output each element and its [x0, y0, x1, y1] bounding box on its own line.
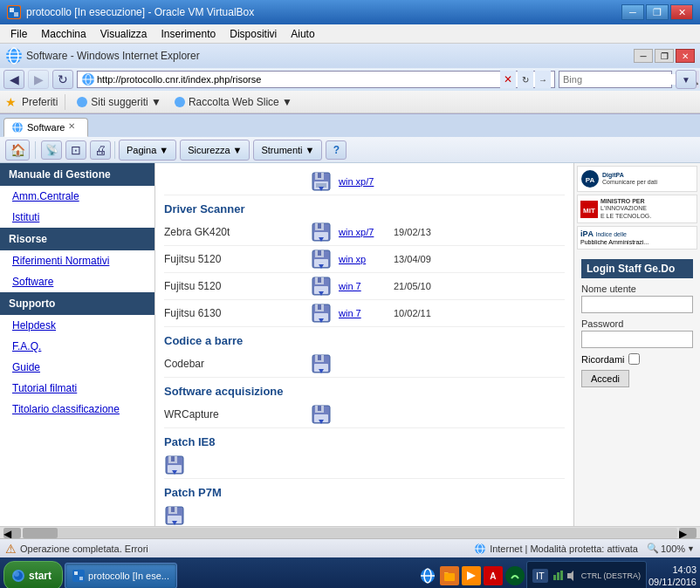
sicurezza-button[interactable]: Sicurezza ▼ [180, 140, 250, 161]
model-zebra: Zebra GK420t [164, 226, 304, 238]
rss-button[interactable]: 📡 [41, 140, 62, 160]
status-right: Internet | Modalità protetta: attivata 🔍… [474, 543, 695, 555]
content-wrapper: Manuale di Gestione Amm.Centrale Istitut… [0, 163, 700, 557]
menu-aiuto[interactable]: Aiuto [284, 26, 321, 42]
scroll-track[interactable] [23, 528, 677, 538]
menu-file[interactable]: File [3, 26, 34, 42]
browser-close-btn[interactable]: ✕ [676, 49, 695, 63]
search-bar[interactable]: 🔍 [559, 71, 672, 88]
close-button[interactable]: ✕ [670, 4, 693, 20]
zoom-icon: 🔍 [647, 543, 659, 554]
date-zebra: 19/02/13 [394, 227, 442, 237]
svg-rect-31 [318, 277, 321, 283]
tab-close-button[interactable]: ✕ [68, 121, 80, 133]
svg-point-11 [77, 97, 87, 107]
address-bar[interactable]: ✕ ↻ → [77, 71, 555, 88]
taskbar-other-icon[interactable] [505, 566, 525, 585]
strumenti-button[interactable]: Strumenti ▼ [253, 140, 322, 161]
password-input[interactable] [581, 331, 693, 348]
sidebar-item-istituti[interactable]: Istituti [0, 207, 154, 228]
username-input[interactable] [581, 296, 693, 313]
start-button[interactable]: start [3, 561, 63, 588]
svg-marker-70 [467, 571, 476, 580]
active-tab[interactable]: Software ✕ [3, 118, 88, 137]
browser-minimize-btn[interactable]: ─ [634, 49, 653, 63]
model-fujitsu-5120-7: Fujitsu 5120 [164, 280, 304, 292]
status-warning-icon: ⚠ [5, 542, 17, 556]
os-badge-fujitsu-5120-xp[interactable]: win xp [339, 254, 387, 264]
go-button[interactable]: → [535, 71, 551, 88]
download-icon-fujitsu-5120-xp[interactable] [311, 249, 332, 270]
refresh-nav-button[interactable]: ↻ [518, 71, 533, 88]
digitpa-icon: PA [580, 169, 600, 188]
svg-rect-73 [560, 571, 563, 580]
zoom-dropdown-icon[interactable]: ▼ [687, 544, 695, 553]
help-button[interactable]: ? [326, 140, 347, 160]
favorites-web-slice[interactable]: Raccolta Web Slice ▼ [170, 94, 296, 110]
search-options-button[interactable]: ▼ [676, 70, 697, 89]
refresh-button[interactable]: ↻ [52, 70, 73, 89]
taskbar-folder-icon[interactable] [440, 566, 459, 585]
browser-restore-btn[interactable]: ❐ [655, 49, 674, 63]
browser-title-text: Software - Windows Internet Explorer [26, 50, 200, 62]
taskbar-media-icon[interactable] [462, 566, 481, 585]
print-button[interactable]: 🖨 [90, 140, 111, 160]
language-badge[interactable]: IT [532, 569, 548, 583]
taskbar-acrobat-icon[interactable]: A [484, 566, 503, 585]
download-icon-zebra[interactable] [311, 222, 332, 243]
home-button[interactable]: 🏠 [5, 140, 30, 161]
login-button[interactable]: Accedi [581, 370, 629, 387]
internet-icon [474, 543, 486, 555]
download-icon-fujitsu-6130[interactable] [311, 303, 332, 324]
download-icon-wrcapture[interactable] [311, 404, 332, 425]
download-icon-patch-ie8[interactable] [164, 455, 185, 475]
search-input[interactable] [559, 74, 687, 85]
scroll-left-arrow[interactable]: ◀ [3, 528, 21, 538]
address-input[interactable] [97, 74, 500, 85]
download-icon-fujitsu-5120-7[interactable] [311, 276, 332, 297]
acrobat-label: A [490, 571, 496, 581]
svg-rect-69 [444, 573, 455, 581]
sidebar-item-helpdesk[interactable]: Helpdesk [0, 315, 154, 336]
sidebar-item-software[interactable]: Software [0, 271, 154, 292]
download-icon-partial[interactable] [311, 171, 332, 192]
restore-button[interactable]: ❐ [646, 4, 669, 20]
scroll-right-arrow[interactable]: ▶ [679, 528, 697, 538]
web-slice-icon [174, 96, 186, 108]
back-button[interactable]: ◀ [3, 70, 24, 89]
page-button[interactable]: Pagina ▼ [119, 140, 176, 161]
sidebar-item-faq[interactable]: F.A.Q. [0, 336, 154, 357]
os-badge-partial[interactable]: win xp/7 [339, 176, 387, 187]
download-icon-codebar[interactable] [311, 353, 332, 374]
os-badge-fujitsu-6130[interactable]: win 7 [339, 308, 387, 318]
menu-visualizza[interactable]: Visualizza [93, 26, 154, 42]
sidebar-item-amm-centrale[interactable]: Amm.Centrale [0, 186, 154, 207]
os-badge-zebra[interactable]: win xp/7 [339, 227, 387, 237]
taskbar-ie-icon[interactable] [417, 563, 438, 588]
minimize-button[interactable]: ─ [621, 4, 644, 20]
menu-inserimento[interactable]: Inserimento [154, 26, 223, 42]
sidebar-item-tutorial[interactable]: Tutorial filmati [0, 378, 154, 399]
horizontal-scrollbar[interactable]: ◀ ▶ [0, 526, 700, 538]
toolbar-separator-1 [35, 141, 36, 159]
tab-bar: Software ✕ [0, 114, 700, 137]
sidebar-item-riferimenti[interactable]: Riferimenti Normativi [0, 250, 154, 271]
menu-macchina[interactable]: Macchina [34, 26, 93, 42]
model-fujitsu-5120-xp: Fujitsu 5120 [164, 253, 304, 265]
favorites-suggested-sites[interactable]: Siti suggeriti ▼ [72, 94, 165, 110]
category-patch-p7m: Patch P7M [164, 486, 565, 499]
sidebar-item-titolario[interactable]: Titolario classificazione [0, 399, 154, 420]
taskbar-app-protocollo[interactable]: protocollo [In ese... [65, 563, 177, 588]
stop-button[interactable]: ✕ [500, 71, 516, 88]
scroll-thumb[interactable] [23, 528, 58, 538]
favorites-label[interactable]: Preferiti [22, 96, 58, 108]
menu-dispositivi[interactable]: Dispositivi [223, 26, 284, 42]
os-badge-fujitsu-5120-7[interactable]: win 7 [339, 281, 387, 291]
print-preview-button[interactable]: ⊡ [65, 140, 86, 160]
remember-me-checkbox[interactable] [628, 353, 640, 365]
model-codebar: Codebar [164, 358, 304, 370]
sidebar-item-guide[interactable]: Guide [0, 357, 154, 378]
forward-button[interactable]: ▶ [28, 70, 49, 89]
status-bar: ⚠ Operazione completata. Errori Internet… [0, 538, 700, 557]
download-icon-patch-p7m[interactable] [164, 505, 185, 526]
